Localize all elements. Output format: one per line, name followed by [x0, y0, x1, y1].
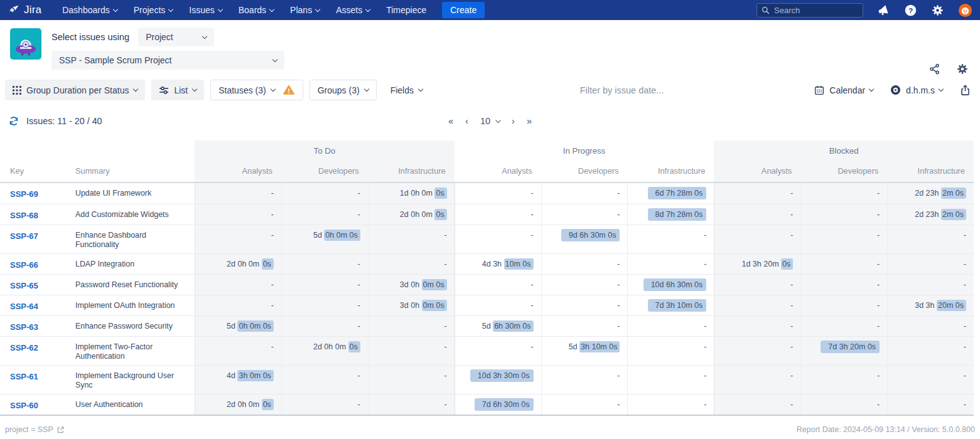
issue-key-link[interactable]: SSP-68 — [10, 211, 38, 220]
summary-cell: Implement Background User Sync — [69, 365, 195, 394]
export-icon[interactable] — [959, 84, 971, 97]
view-mode-button[interactable]: List — [151, 80, 204, 100]
calendar-select[interactable]: Calendar — [814, 85, 873, 96]
issue-source-select[interactable]: Project — [138, 28, 214, 46]
create-button[interactable]: Create — [442, 2, 485, 18]
duration-cell: - — [800, 253, 887, 274]
page-size-select[interactable]: 10 — [480, 116, 500, 126]
duration-cell: - — [368, 315, 455, 336]
help-icon[interactable]: ? — [904, 4, 917, 17]
settings-gear-icon[interactable] — [931, 4, 944, 17]
search-input[interactable] — [774, 6, 858, 15]
issue-key-link[interactable]: SSP-66 — [10, 260, 38, 270]
issue-key-link[interactable]: SSP-63 — [10, 322, 38, 332]
fields-button[interactable]: Fields — [383, 80, 430, 100]
issue-key-link[interactable]: SSP-64 — [10, 302, 38, 311]
selected-duration-text: 0h 0m 0s — [324, 230, 360, 241]
chevron-down-icon — [869, 87, 874, 92]
duration-cell: - — [455, 204, 541, 225]
selected-duration-text: 8d 7h 28m 0s — [648, 208, 707, 221]
table-row: SSP-67Enhance Dashboard Functionality-5d… — [0, 225, 974, 253]
duration-cell: - — [800, 183, 887, 204]
project-select[interactable]: SSP - Sample Scrum Project — [51, 51, 284, 70]
report-settings-gear-icon[interactable] — [956, 63, 969, 75]
duration-cell: - — [714, 225, 800, 253]
nav-item-dashboards[interactable]: Dashboards — [54, 0, 126, 20]
report-date-label: Report Date: 2024-05-09 13:14 / Version:… — [797, 425, 975, 434]
duration-cell: 8d 7h 28m 0s — [627, 204, 714, 225]
next-page-button[interactable]: › — [512, 116, 515, 126]
selected-duration-text: 20m 0s — [937, 300, 966, 311]
prev-page-button[interactable]: ‹ — [465, 116, 468, 126]
statuses-filter-button[interactable]: Statuses (3) — [210, 80, 303, 100]
issue-key-link[interactable]: SSP-61 — [10, 372, 38, 381]
duration-cell: 2d 0h 0m 0s — [195, 253, 281, 274]
key-cell: SSP-62 — [0, 336, 69, 365]
issue-key-link[interactable]: SSP-60 — [10, 401, 38, 410]
duration-cell: 2d 0h 0m 0s — [368, 204, 455, 225]
chevron-down-icon — [363, 87, 369, 92]
key-cell: SSP-67 — [0, 225, 69, 253]
selected-duration-text: 3h 10m 0s — [579, 341, 620, 352]
nav-item-issues[interactable]: Issues — [181, 0, 230, 20]
user-avatar[interactable] — [958, 3, 972, 18]
duration-cell: - — [800, 365, 887, 394]
issue-date-filter-input[interactable]: Filter by issue date... — [436, 85, 807, 95]
refresh-icon[interactable] — [8, 115, 20, 127]
table-row: SSP-69Update UI Framework--1d 0h 0m 0s--… — [0, 183, 974, 204]
duration-cell: 5d 6h 30m 0s — [455, 315, 541, 336]
last-page-button[interactable]: » — [527, 116, 532, 126]
duration-cell: - — [714, 295, 800, 315]
nav-item-boards[interactable]: Boards — [230, 0, 282, 20]
nav-item-projects[interactable]: Projects — [126, 0, 181, 20]
groups-filter-button[interactable]: Groups (3) — [310, 80, 377, 100]
duration-cell: - — [281, 394, 368, 415]
first-page-button[interactable]: « — [448, 116, 453, 126]
issue-key-link[interactable]: SSP-67 — [10, 231, 38, 241]
group-column-header: Analysts — [195, 161, 281, 182]
duration-cell: - — [800, 394, 887, 415]
group-column-header: Developers — [281, 161, 368, 182]
share-icon[interactable] — [929, 63, 941, 75]
nav-item-assets[interactable]: Assets — [328, 0, 378, 20]
nav-item-plans[interactable]: Plans — [282, 0, 328, 20]
table-row: SSP-60User Authentication2d 0h 0m 0s--7d… — [0, 394, 974, 415]
group-column-header: Infrastructure — [368, 161, 455, 182]
external-link-icon — [57, 426, 65, 434]
issue-key-link[interactable]: SSP-69 — [10, 189, 38, 199]
group-column-header: Infrastructure — [887, 161, 974, 182]
selected-duration-text: 0s — [781, 258, 793, 270]
chevron-down-icon — [365, 6, 370, 11]
nav-item-timepiece[interactable]: Timepiece — [378, 0, 434, 20]
duration-cell: - — [541, 253, 628, 274]
issue-key-link[interactable]: SSP-62 — [10, 343, 38, 352]
chevron-down-icon — [133, 87, 138, 92]
key-column-header: Key — [0, 161, 69, 182]
groups-filter-label: Groups (3) — [318, 85, 360, 95]
duration-cell: - — [627, 394, 714, 415]
duration-cell: - — [195, 295, 281, 315]
duration-format-label: d.h.m.s — [906, 85, 935, 95]
jql-link[interactable]: project = SSP — [5, 425, 65, 434]
summary-cell: Add Customizable Widgets — [69, 204, 195, 225]
duration-cell: - — [368, 365, 455, 394]
duration-cell: 3d 3h 20m 0s — [887, 295, 974, 315]
announcements-megaphone-icon[interactable] — [877, 4, 890, 17]
statuses-filter-label: Statuses (3) — [218, 85, 266, 95]
duration-cell: 7d 6h 30m 0s — [455, 394, 541, 415]
issue-key-link[interactable]: SSP-65 — [10, 281, 38, 290]
duration-cell: - — [800, 204, 887, 225]
table-row: SSP-66LDAP Integration2d 0h 0m 0s--4d 3h… — [0, 253, 974, 274]
report-type-button[interactable]: Group Duration per Status — [5, 80, 145, 100]
duration-format-select[interactable]: d.h.m.s — [890, 84, 943, 96]
duration-cell: - — [281, 365, 368, 394]
nav-item-label: Dashboards — [62, 5, 110, 15]
table-row: SSP-65Password Reset Functionality--3d 0… — [0, 274, 974, 295]
duration-cell: - — [887, 365, 974, 394]
report-footer: project = SSP Report Date: 2024-05-09 13… — [0, 420, 980, 439]
jira-logo[interactable]: Jira — [8, 4, 41, 16]
jira-logo-icon — [8, 4, 20, 16]
duration-cell: 10d 6h 30m 0s — [627, 274, 714, 295]
issues-count-label: Issues: 11 - 20 / 40 — [26, 116, 102, 126]
search-box[interactable] — [757, 3, 863, 18]
